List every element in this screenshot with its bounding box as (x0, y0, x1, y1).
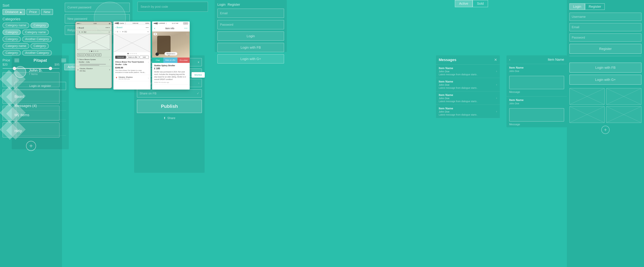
real-deal-btn[interactable]: It's a deal (178, 58, 190, 63)
sketch-edit[interactable]: ✏ (109, 31, 110, 33)
cat-tag-9[interactable]: Category (2, 50, 21, 56)
login-fb-top[interactable]: Login with FB (217, 43, 284, 52)
sketch-item-info: ≡ Chicco Breavo SystemStroller – Lilla › (76, 57, 112, 66)
wf-edit[interactable]: ✏ (148, 31, 149, 33)
cat-tag-2[interactable]: Category (30, 23, 49, 28)
right-register-button[interactable]: Register (569, 44, 642, 54)
add-button-right[interactable]: + (601, 126, 610, 134)
search-placeholder: Search by post code (140, 5, 168, 8)
wishlist-button[interactable]: Wishlist (192, 72, 205, 78)
message-item-3[interactable]: Item Name John Doe Latest message from d… (436, 92, 500, 105)
sketch-sold-btn[interactable]: Sold (96, 53, 101, 56)
right-password-field[interactable]: Password (569, 34, 642, 42)
share-on-fb[interactable]: Share on FB ✓ (137, 89, 202, 98)
category-chevron: › (198, 81, 199, 85)
sold-tab[interactable]: Sold (472, 0, 488, 7)
messages-close[interactable]: ✕ (494, 58, 497, 62)
nav-messages[interactable]: Messages (4) (14, 101, 66, 110)
cat-tag-3[interactable]: Category (2, 30, 21, 35)
cat-tag-4[interactable]: Category name (22, 30, 49, 35)
sketch-loc-arrow[interactable]: › (109, 68, 110, 71)
category-row-2: Category Category name (2, 30, 60, 35)
real-chat-btn[interactable]: Chat (152, 58, 163, 63)
item-detail-back[interactable]: ‹ (509, 58, 510, 62)
register-tab-1[interactable]: Register (228, 3, 240, 6)
grid-item-4[interactable] (606, 106, 642, 123)
messages-header: Messages ✕ (436, 55, 500, 64)
message-input-2[interactable] (509, 108, 564, 122)
publish-button[interactable]: Publish (137, 100, 202, 113)
login-tab-1[interactable]: Login (217, 3, 226, 6)
password-field-top[interactable]: Password (217, 20, 284, 29)
right-register-tab[interactable]: Register (585, 3, 605, 10)
message-item-1[interactable]: Item Name John Doe Latest message from d… (436, 64, 500, 78)
sort-new[interactable]: New (41, 9, 53, 15)
sketch-offer-btn[interactable]: Made an off (86, 53, 96, 56)
grid-item-1[interactable] (569, 88, 605, 105)
item-card-2[interactable] (2, 89, 60, 104)
message-item-2[interactable]: Item Name John Doe Latest message from d… (436, 78, 500, 92)
user-avatar[interactable] (14, 66, 26, 78)
hamburger-right[interactable] (62, 59, 66, 62)
right-username-field[interactable]: Username (569, 12, 642, 21)
wf-more[interactable]: ••• (146, 26, 149, 28)
nav-board[interactable]: Board (14, 92, 66, 101)
wf-back[interactable]: ‹ Board (115, 26, 122, 29)
message-item-4[interactable]: Item Name John Doe Latest message from d… (436, 105, 500, 118)
cat-tag-10[interactable]: Another Category (22, 50, 52, 56)
nav-my-items[interactable]: My Items (14, 110, 66, 120)
real-back-arrow[interactable]: ‹ (154, 26, 155, 30)
add-item-button[interactable]: + (26, 141, 36, 151)
price-slider[interactable] (2, 68, 60, 69)
real-signal: CARRIER ⌶ (154, 22, 167, 24)
categories-label: Categories (2, 17, 60, 21)
login-google-top[interactable]: Login with G+ (217, 54, 284, 64)
wf-reserved-btn[interactable]: Reserved (115, 56, 126, 59)
sketch-reserved-btn[interactable]: Reserved (77, 53, 85, 56)
slider-thumb-right[interactable] (49, 67, 52, 70)
login-box[interactable]: Login or register (14, 82, 66, 90)
sort-price[interactable]: Price (26, 9, 40, 15)
app-title: Pitapat (34, 58, 47, 63)
share-section[interactable]: ⬆ Share (137, 113, 202, 123)
cat-tag-7[interactable]: Category name (2, 43, 29, 49)
grid-item-2[interactable] (606, 88, 642, 105)
sketch-dots[interactable]: ••• (106, 26, 110, 29)
top-login-area: Login Register Email Password Login Logi… (215, 0, 287, 52)
current-password-field[interactable]: Current password (65, 3, 130, 12)
cat-tag-6[interactable]: Another Category (22, 36, 52, 42)
wf-offer-btn[interactable]: Made an offer (126, 56, 139, 59)
x-placeholder-1 (570, 88, 604, 104)
sketch-item-arrow[interactable]: › (109, 58, 110, 61)
top-search-bar[interactable]: Search by post code (138, 2, 208, 12)
right-login-tab[interactable]: Login (569, 3, 585, 10)
right-email-field[interactable]: Email (569, 23, 642, 31)
category-row-3: Category Another Category (2, 36, 60, 42)
login-button-top[interactable]: Login (217, 31, 284, 41)
sidebar-menu-right[interactable] (62, 59, 66, 62)
item-detail-item-name-2: Item Name (509, 98, 564, 102)
slider-thumb-left[interactable] (13, 67, 16, 70)
cat-tag-8[interactable]: Category (30, 43, 49, 49)
real-offer-btn[interactable]: Make an offer (163, 58, 178, 63)
message-input[interactable] (509, 76, 564, 89)
hamburger-menu[interactable] (14, 59, 19, 62)
item-card-1[interactable] (2, 72, 60, 87)
cat-tag-5[interactable]: Category (2, 36, 21, 42)
sidebar-header: Pitapat (14, 58, 66, 63)
item-card-3[interactable] (2, 106, 60, 121)
email-field-top[interactable]: Email (217, 8, 284, 18)
real-three-dots[interactable]: ••• (184, 27, 188, 30)
sort-distance[interactable]: Distance ▲ (2, 9, 25, 15)
nav-help[interactable]: Help (14, 126, 66, 136)
wf-sold-btn[interactable]: Sold (140, 56, 149, 59)
msg-item-content-2: Item Name John Doe Latest message from d… (439, 80, 496, 89)
grid-item-3[interactable] (569, 106, 605, 123)
cat-tag-1[interactable]: Category name (2, 23, 29, 28)
active-tab[interactable]: Active (455, 0, 472, 7)
real-heart-icon[interactable]: ♡ (186, 33, 188, 36)
item-card-4[interactable] (2, 122, 60, 138)
right-login-google-button[interactable]: Login with G+ (569, 75, 642, 85)
sketch-back-arrow[interactable]: ‹ Board (77, 26, 84, 29)
right-login-fb-button[interactable]: Login with FB (569, 62, 642, 72)
